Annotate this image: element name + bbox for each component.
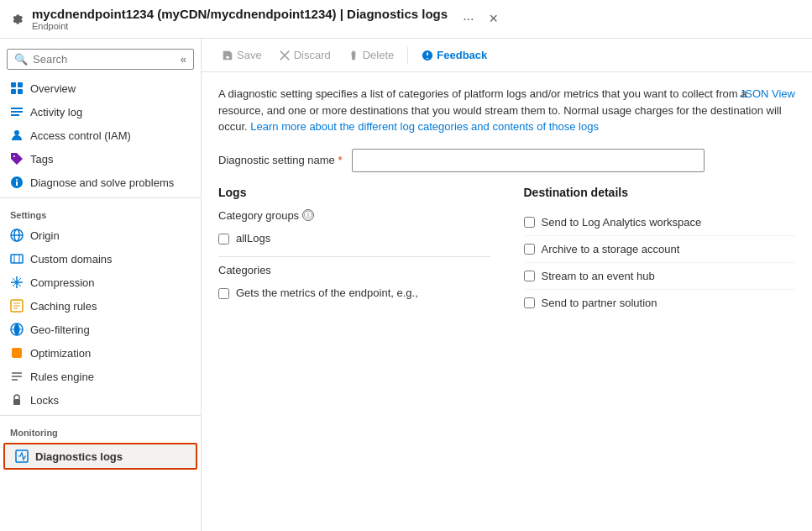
locks-icon <box>10 393 24 407</box>
svg-rect-3 <box>18 89 23 94</box>
content-area: Save Discard Delete Feedback A diagnosti… <box>202 39 812 531</box>
allLogs-label[interactable]: allLogs <box>236 232 270 244</box>
iam-icon <box>10 129 24 142</box>
learn-more-link[interactable]: Learn more about the different log categ… <box>250 120 599 133</box>
svg-rect-6 <box>11 114 19 116</box>
activity-icon <box>10 105 24 118</box>
dest-partner-solution[interactable]: Send to partner solution <box>524 290 796 316</box>
delete-button[interactable]: Delete <box>341 45 401 65</box>
save-button[interactable]: Save <box>215 45 269 65</box>
sidebar-label-compression: Compression <box>30 276 95 289</box>
sidebar-label-caching-rules: Caching rules <box>30 300 97 313</box>
svg-rect-5 <box>11 111 23 113</box>
metrics-label[interactable]: Gets the metrics of the endpoint, e.g., <box>236 287 418 299</box>
category-groups-label: Category groups ⓘ <box>218 209 490 222</box>
title-ellipsis[interactable]: ··· <box>463 12 474 27</box>
dest-log-analytics[interactable]: Send to Log Analytics workspace <box>524 209 796 236</box>
svg-rect-14 <box>12 348 22 358</box>
svg-rect-4 <box>11 108 23 109</box>
sidebar-item-locks[interactable]: Locks <box>0 388 201 412</box>
categories-divider <box>218 256 490 257</box>
storage-account-label[interactable]: Archive to a storage account <box>542 243 680 255</box>
compression-icon <box>10 276 24 289</box>
feedback-button[interactable]: Feedback <box>415 45 494 65</box>
checkbox-allLogs[interactable]: allLogs <box>218 229 490 248</box>
title-bar: mycdnendpoint1234 (myCDN/mycdnendpoint12… <box>0 0 812 39</box>
tags-icon <box>10 152 24 166</box>
event-hub-label[interactable]: Stream to an event hub <box>542 270 655 282</box>
rules-icon <box>10 370 24 383</box>
storage-account-checkbox[interactable] <box>524 244 535 255</box>
event-hub-checkbox[interactable] <box>524 271 535 281</box>
svg-rect-1 <box>18 82 23 87</box>
partner-solution-checkbox[interactable] <box>524 297 535 308</box>
optimization-icon <box>10 346 24 360</box>
sidebar-item-activity-log[interactable]: Activity log <box>0 100 201 124</box>
origin-icon <box>10 229 24 242</box>
search-input[interactable] <box>33 53 175 66</box>
caching-icon <box>10 299 24 313</box>
svg-rect-2 <box>11 89 16 94</box>
destination-section: Destination details Send to Log Analytic… <box>524 186 796 316</box>
close-icon[interactable]: × <box>489 10 498 28</box>
search-box[interactable]: 🔍 « <box>7 49 194 70</box>
allLogs-checkbox[interactable] <box>218 234 229 244</box>
gear-icon <box>10 13 24 26</box>
dest-event-hub[interactable]: Stream to an event hub <box>524 263 796 290</box>
sidebar-label-access-control: Access control (IAM) <box>30 129 131 142</box>
toolbar: Save Discard Delete Feedback <box>202 39 812 72</box>
sidebar-item-compression[interactable]: Compression <box>0 271 201 294</box>
categories-label: Categories <box>218 264 490 276</box>
sidebar-label-tags: Tags <box>30 153 53 166</box>
sidebar-item-rules-engine[interactable]: Rules engine <box>0 365 201 388</box>
sidebar-item-caching-rules[interactable]: Caching rules <box>0 294 201 318</box>
metrics-checkbox[interactable] <box>218 288 229 299</box>
geo-icon <box>10 323 24 336</box>
partner-solution-label[interactable]: Send to partner solution <box>542 297 657 309</box>
sidebar: 🔍 « Overview Activity log Access control… <box>0 39 202 531</box>
sidebar-item-origin[interactable]: Origin <box>0 223 201 247</box>
diagnose-icon <box>10 176 24 189</box>
description-section: A diagnostic setting specifies a list of… <box>218 86 795 135</box>
logs-section: Logs Category groups ⓘ allLogs Categorie… <box>218 186 490 316</box>
sidebar-item-optimization[interactable]: Optimization <box>0 341 201 365</box>
info-icon: ⓘ <box>302 209 314 221</box>
sidebar-item-tags[interactable]: Tags <box>0 147 201 171</box>
sidebar-label-diagnose: Diagnose and solve problems <box>30 176 174 189</box>
sidebar-label-locks: Locks <box>30 394 59 407</box>
sidebar-label-overview: Overview <box>30 82 76 95</box>
field-label: Diagnostic setting name * <box>218 154 342 166</box>
sidebar-label-origin: Origin <box>30 229 60 242</box>
search-icon: 🔍 <box>14 53 28 66</box>
checkbox-metrics[interactable]: Gets the metrics of the endpoint, e.g., <box>218 283 490 302</box>
sidebar-item-diagnostics-logs[interactable]: Diagnostics logs <box>3 443 197 470</box>
page-subtitle: Endpoint <box>32 21 448 31</box>
sidebar-item-access-control[interactable]: Access control (IAM) <box>0 124 201 147</box>
logs-destination-section: Logs Category groups ⓘ allLogs Categorie… <box>218 186 795 316</box>
sidebar-label-optimization: Optimization <box>30 347 91 360</box>
log-analytics-label[interactable]: Send to Log Analytics workspace <box>542 216 702 229</box>
diagnostic-setting-name-input[interactable] <box>352 149 705 172</box>
sidebar-label-activity-log: Activity log <box>30 106 82 118</box>
diagnostics-icon <box>15 450 29 463</box>
json-view-link[interactable]: JSON View <box>740 86 795 103</box>
discard-button[interactable]: Discard <box>272 45 338 65</box>
sidebar-item-overview[interactable]: Overview <box>0 76 201 100</box>
svg-rect-11 <box>11 255 23 263</box>
sidebar-item-diagnose[interactable]: Diagnose and solve problems <box>0 171 201 194</box>
sidebar-label-rules-engine: Rules engine <box>30 371 94 383</box>
sidebar-item-geo-filtering[interactable]: Geo-filtering <box>0 318 201 341</box>
svg-rect-15 <box>13 399 20 405</box>
monitoring-section-label: Monitoring <box>0 419 201 441</box>
sidebar-label-geo-filtering: Geo-filtering <box>30 323 90 336</box>
domains-icon <box>10 252 24 266</box>
page-title: mycdnendpoint1234 (myCDN/mycdnendpoint12… <box>32 7 448 21</box>
sidebar-item-custom-domains[interactable]: Custom domains <box>0 247 201 271</box>
diagnostic-setting-name-row: Diagnostic setting name * <box>218 149 795 172</box>
required-marker: * <box>338 154 342 166</box>
dest-storage-account[interactable]: Archive to a storage account <box>524 236 796 263</box>
logs-title: Logs <box>218 186 490 199</box>
collapse-button[interactable]: « <box>181 53 186 66</box>
divider-monitoring <box>0 415 201 416</box>
log-analytics-checkbox[interactable] <box>524 217 535 228</box>
